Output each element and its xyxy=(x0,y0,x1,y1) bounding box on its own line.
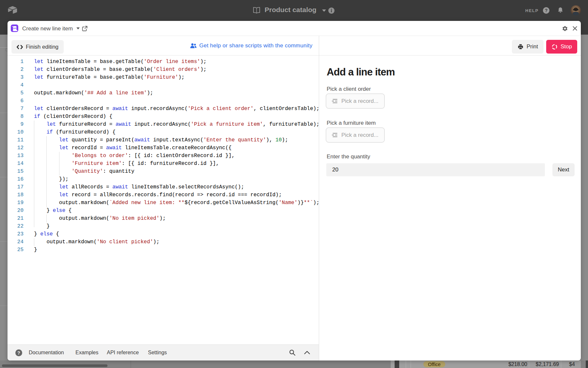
svg-text:?: ? xyxy=(17,350,20,356)
svg-text:?: ? xyxy=(545,8,548,13)
